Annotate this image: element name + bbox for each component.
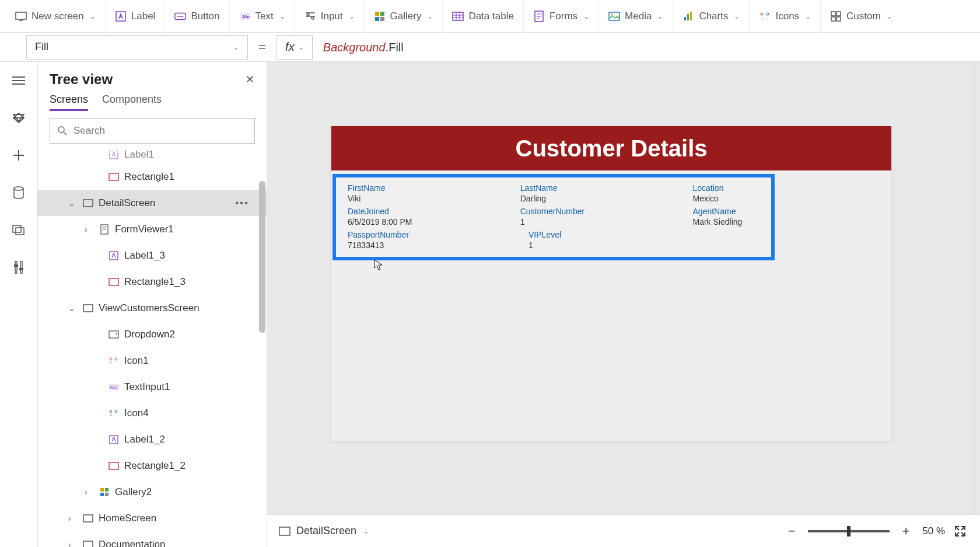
svg-rect-36 — [836, 17, 841, 21]
tree-node-label: Rectangle1_3 — [124, 276, 186, 288]
field-label-lastname: LastName — [520, 183, 693, 193]
tree-node-icon1[interactable]: + Icon1 — [38, 347, 267, 374]
property-dropdown[interactable]: Fill ⌄ — [26, 35, 248, 60]
svg-text:○: ○ — [766, 16, 769, 21]
custom-menu[interactable]: Custom ⌄ — [821, 0, 902, 33]
tree-node-rectangle1-3[interactable]: Rectangle1_3 — [38, 269, 267, 295]
svg-rect-24 — [609, 12, 620, 20]
chevron-right-icon[interactable]: › — [68, 540, 78, 548]
screen-icon — [82, 302, 94, 314]
svg-point-42 — [14, 187, 23, 190]
status-screen-name[interactable]: DetailScreen — [296, 525, 356, 537]
data-table-button[interactable]: Data table — [443, 0, 524, 33]
tree-view-rail-button[interactable] — [8, 107, 29, 128]
tree-node-label: HomeScreen — [99, 513, 156, 524]
text-label: Text — [256, 11, 274, 22]
svg-rect-35 — [831, 17, 835, 21]
chevron-down-icon[interactable]: ⌄ — [68, 304, 78, 313]
chevron-down-icon[interactable]: ⌄ — [363, 527, 369, 535]
field-value-agentname: Mark Siedling — [693, 217, 760, 227]
media-menu[interactable]: Media ⌄ — [599, 0, 673, 33]
tree-node-dropdown2[interactable]: Dropdown2 — [38, 321, 267, 347]
insert-rail-button[interactable] — [8, 145, 29, 166]
new-screen-menu[interactable]: New screen ⌄ — [6, 0, 106, 33]
svg-point-66 — [110, 410, 112, 413]
rectangle-icon — [108, 276, 120, 288]
form-viewer[interactable]: FirstName Viki LastName Darling Location… — [332, 174, 775, 260]
tree-node-homescreen[interactable]: › HomeScreen — [38, 505, 267, 531]
tree-node-rectangle1[interactable]: Rectangle1 — [38, 163, 267, 190]
input-menu[interactable]: Input ⌄ — [295, 0, 365, 33]
canvas-area[interactable]: Customer Details FirstName Viki LastName… — [267, 62, 980, 547]
tree-node-label1[interactable]: Label1 — [38, 151, 267, 163]
tab-screens[interactable]: Screens — [50, 93, 88, 111]
fx-button[interactable]: fx ⌄ — [276, 35, 313, 60]
tree-node-viewcustomers[interactable]: ⌄ ViewCustomersScreen — [38, 295, 267, 321]
chevron-right-icon[interactable]: › — [68, 514, 78, 523]
rectangle-icon — [108, 460, 120, 472]
media-rail-button[interactable] — [8, 220, 29, 241]
gallery-menu[interactable]: Gallery ⌄ — [365, 0, 443, 33]
svg-point-49 — [58, 127, 64, 133]
tree-node-formviewer1[interactable]: › FormViewer1 — [38, 216, 267, 242]
tree-node-rectangle1-2[interactable]: Rectangle1_2 — [38, 452, 267, 479]
charts-menu[interactable]: Charts ⌄ — [673, 0, 750, 33]
svg-rect-73 — [100, 493, 104, 496]
tree-node-documentation[interactable]: › Documentation — [38, 531, 267, 547]
app-canvas[interactable]: Customer Details FirstName Viki LastName… — [331, 126, 891, 441]
svg-rect-11 — [375, 12, 379, 16]
svg-text:Abc: Abc — [110, 385, 117, 389]
button-label: Button — [191, 11, 219, 22]
left-rail — [0, 62, 38, 547]
scrollbar-thumb[interactable] — [259, 181, 265, 333]
formula-input[interactable]: Background.Fill — [313, 40, 404, 54]
tree-node-detailscreen[interactable]: ⌄ DetailScreen ••• — [38, 190, 267, 216]
field-value-datejoined: 6/5/2019 8:00 PM — [348, 217, 520, 227]
tree-node-label1-2[interactable]: Label1_2 — [38, 426, 267, 452]
text-menu[interactable]: Abc Text ⌄ — [230, 0, 295, 33]
form-icon — [99, 224, 110, 235]
search-field[interactable] — [74, 125, 247, 137]
chevron-down-icon[interactable]: ⌄ — [68, 198, 78, 208]
tree-node-icon4[interactable]: + Icon4 — [38, 400, 267, 426]
chevron-right-icon[interactable]: › — [85, 487, 94, 497]
more-icon[interactable]: ••• — [235, 197, 249, 209]
data-rail-button[interactable] — [8, 182, 29, 203]
button-icon — [174, 11, 186, 22]
tab-components[interactable]: Components — [102, 93, 162, 111]
button-button[interactable]: Button — [165, 0, 229, 33]
fit-to-window-button[interactable] — [954, 525, 968, 537]
screen-icon — [279, 525, 290, 537]
tree-node-textinput1[interactable]: Abc TextInput1 — [38, 374, 267, 400]
tree-scrollbar[interactable] — [259, 153, 265, 430]
zoom-in-button[interactable]: + — [899, 524, 913, 539]
forms-menu[interactable]: Forms ⌄ — [524, 0, 599, 33]
svg-rect-26 — [684, 17, 686, 20]
tree-node-label: DetailScreen — [99, 197, 155, 209]
svg-point-10 — [312, 17, 314, 19]
chevron-down-icon: ⌄ — [583, 12, 589, 20]
svg-rect-76 — [83, 541, 93, 548]
chevron-right-icon[interactable]: › — [85, 225, 94, 234]
svg-point-9 — [307, 13, 309, 16]
svg-rect-60 — [109, 331, 118, 338]
field-value-firstname: Viki — [348, 194, 520, 203]
close-icon[interactable]: ✕ — [245, 72, 255, 86]
field-label-agentname: AgentName — [693, 207, 760, 216]
zoom-out-button[interactable]: − — [785, 524, 799, 539]
icons-menu[interactable]: +○ Icons ⌄ — [750, 0, 821, 33]
media-icon — [608, 11, 620, 22]
tree-node-label1-3[interactable]: Label1_3 — [38, 242, 267, 269]
hamburger-icon[interactable] — [8, 70, 29, 91]
chevron-down-icon: ⌄ — [805, 12, 811, 20]
svg-rect-45 — [15, 262, 17, 273]
svg-rect-71 — [100, 488, 104, 492]
tree-node-gallery2[interactable]: › Gallery2 — [38, 479, 267, 505]
search-input[interactable] — [50, 118, 255, 144]
advanced-rail-button[interactable] — [8, 257, 29, 278]
svg-rect-28 — [690, 12, 692, 20]
slider-thumb[interactable] — [847, 526, 850, 536]
zoom-slider[interactable] — [808, 530, 890, 532]
gallery-label: Gallery — [390, 11, 422, 22]
label-button[interactable]: Label — [106, 0, 166, 33]
